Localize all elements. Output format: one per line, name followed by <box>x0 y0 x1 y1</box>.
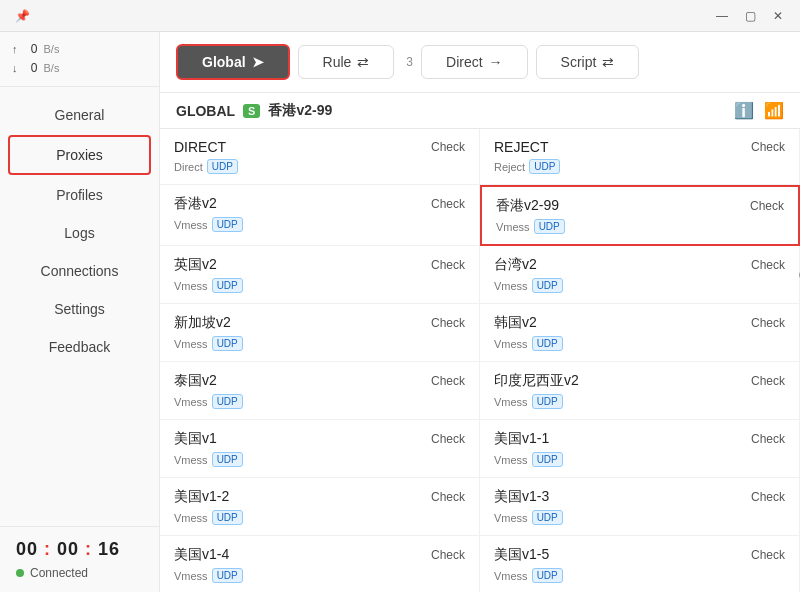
proxy-item-reject[interactable]: REJECT Check Reject UDP <box>480 129 800 185</box>
sidebar-item-logs[interactable]: Logs <box>8 215 151 251</box>
proxy-name: 新加坡v2 <box>174 314 231 332</box>
sidebar-bottom: 00 : 00 : 16 Connected <box>0 526 159 592</box>
proxy-check-button[interactable]: Check <box>431 432 465 446</box>
minimize-button[interactable]: — <box>708 2 736 30</box>
timer-seconds: 16 <box>98 539 120 559</box>
proxy-check-button[interactable]: Check <box>431 548 465 562</box>
proxy-name: 印度尼西亚v2 <box>494 372 579 390</box>
proxy-name: 美国v1-1 <box>494 430 549 448</box>
proxy-type: Vmess <box>494 280 528 292</box>
proxy-item-kr-v2[interactable]: 韩国v2 Check Vmess UDP <box>480 304 800 362</box>
proxy-item-tw-v2[interactable]: 台湾v2 Check Vmess UDP G <box>480 246 800 304</box>
proxy-udp-tag: UDP <box>532 510 563 525</box>
proxy-check-button[interactable]: Check <box>431 374 465 388</box>
maximize-button[interactable]: ▢ <box>736 2 764 30</box>
proxy-udp-tag: UDP <box>532 394 563 409</box>
proxy-check-button[interactable]: Check <box>751 374 785 388</box>
proxy-name: 英国v2 <box>174 256 217 274</box>
timer-sep2: : <box>79 539 98 559</box>
proxy-type: Reject <box>494 161 525 173</box>
upload-unit: B/s <box>44 41 60 59</box>
proxy-name: 美国v1-5 <box>494 546 549 564</box>
traffic-info: ↑ 0 B/s ↓ 0 B/s <box>0 32 159 87</box>
proxy-item-uk-v2[interactable]: 英国v2 Check Vmess UDP <box>160 246 480 304</box>
proxy-name: 美国v1-2 <box>174 488 229 506</box>
sidebar-item-connections[interactable]: Connections <box>8 253 151 289</box>
pin-button[interactable]: 📌 <box>8 2 36 30</box>
proxy-item-us-v1-5[interactable]: 美国v1-5 Check Vmess UDP <box>480 536 800 592</box>
proxy-header-actions: ℹ️ 📶 <box>734 101 784 120</box>
proxy-name: 泰国v2 <box>174 372 217 390</box>
sidebar-item-profiles[interactable]: Profiles <box>8 177 151 213</box>
proxy-udp-tag: UDP <box>212 452 243 467</box>
proxy-item-us-v1-3[interactable]: 美国v1-3 Check Vmess UDP <box>480 478 800 536</box>
tab-rule[interactable]: Rule ⇄ <box>298 45 395 79</box>
proxy-name: 香港v2-99 <box>496 197 559 215</box>
proxy-udp-tag: UDP <box>212 217 243 232</box>
proxy-item-us-v1-1[interactable]: 美国v1-1 Check Vmess UDP <box>480 420 800 478</box>
status-dot-icon <box>16 569 24 577</box>
script-tab-icon: ⇄ <box>602 54 614 70</box>
proxy-check-button[interactable]: Check <box>751 490 785 504</box>
proxy-type: Direct <box>174 161 203 173</box>
proxy-item-th-v2[interactable]: 泰国v2 Check Vmess UDP <box>160 362 480 420</box>
proxy-check-button[interactable]: Check <box>431 316 465 330</box>
proxy-name: 韩国v2 <box>494 314 537 332</box>
sidebar-item-proxies[interactable]: Proxies <box>8 135 151 175</box>
proxy-check-button[interactable]: Check <box>431 258 465 272</box>
timer-hours: 00 <box>16 539 38 559</box>
nav-items: General Proxies Profiles Logs Connection… <box>0 87 159 526</box>
main-layout: ↑ 0 B/s ↓ 0 B/s General Proxies Profiles… <box>0 32 800 592</box>
proxy-name: DIRECT <box>174 139 226 155</box>
sidebar-item-settings[interactable]: Settings <box>8 291 151 327</box>
sidebar-item-feedback[interactable]: Feedback <box>8 329 151 365</box>
proxy-item-id-v2[interactable]: 印度尼西亚v2 Check Vmess UDP <box>480 362 800 420</box>
download-unit: B/s <box>44 60 60 78</box>
proxy-type: Vmess <box>174 512 208 524</box>
sidebar-item-general[interactable]: General <box>8 97 151 133</box>
tab-number: 3 <box>406 55 413 69</box>
proxy-udp-tag: UDP <box>532 452 563 467</box>
wifi-icon[interactable]: 📶 <box>764 101 784 120</box>
download-speed: 0 <box>24 59 38 78</box>
proxy-item-us-v1-4[interactable]: 美国v1-4 Check Vmess UDP <box>160 536 480 592</box>
proxy-type: Vmess <box>494 454 528 466</box>
proxy-check-button[interactable]: Check <box>751 316 785 330</box>
proxy-check-button[interactable]: Check <box>431 490 465 504</box>
proxy-item-us-v1[interactable]: 美国v1 Check Vmess UDP <box>160 420 480 478</box>
sidebar: ↑ 0 B/s ↓ 0 B/s General Proxies Profiles… <box>0 32 160 592</box>
proxy-check-button[interactable]: Check <box>751 548 785 562</box>
proxy-udp-tag: UDP <box>212 278 243 293</box>
proxy-type: Vmess <box>494 570 528 582</box>
tab-direct[interactable]: Direct → <box>421 45 528 79</box>
proxy-name: 台湾v2 <box>494 256 537 274</box>
proxy-group-name: GLOBAL <box>176 103 235 119</box>
proxy-item-hk-v2-99[interactable]: 香港v2-99 Check Vmess UDP <box>480 185 800 246</box>
proxy-item-direct[interactable]: DIRECT Check Direct UDP <box>160 129 480 185</box>
proxy-item-hk-v2[interactable]: 香港v2 Check Vmess UDP <box>160 185 480 246</box>
proxy-check-button[interactable]: Check <box>751 258 785 272</box>
content-area: Global ➤ Rule ⇄ 3 Direct → Script ⇄ GLOB… <box>160 32 800 592</box>
proxy-item-sg-v2[interactable]: 新加坡v2 Check Vmess UDP <box>160 304 480 362</box>
proxy-check-button[interactable]: Check <box>431 140 465 154</box>
proxy-check-button[interactable]: Check <box>431 197 465 211</box>
direct-tab-icon: → <box>489 54 503 70</box>
proxy-item-us-v1-2[interactable]: 美国v1-2 Check Vmess UDP <box>160 478 480 536</box>
info-icon[interactable]: ℹ️ <box>734 101 754 120</box>
tab-global[interactable]: Global ➤ <box>176 44 290 80</box>
proxy-name: 美国v1 <box>174 430 217 448</box>
proxy-group-current: 香港v2-99 <box>268 102 332 120</box>
proxy-check-button[interactable]: Check <box>750 199 784 213</box>
connection-status: Connected <box>16 566 143 580</box>
status-label: Connected <box>30 566 88 580</box>
close-button[interactable]: ✕ <box>764 2 792 30</box>
proxy-name: 美国v1-4 <box>174 546 229 564</box>
direct-tab-label: Direct <box>446 54 483 70</box>
tab-script[interactable]: Script ⇄ <box>536 45 640 79</box>
title-bar: 📌 — ▢ ✕ <box>0 0 800 32</box>
proxy-check-button[interactable]: Check <box>751 432 785 446</box>
proxy-name: 香港v2 <box>174 195 217 213</box>
timer-sep1: : <box>38 539 57 559</box>
proxy-udp-tag: UDP <box>212 568 243 583</box>
proxy-check-button[interactable]: Check <box>751 140 785 154</box>
